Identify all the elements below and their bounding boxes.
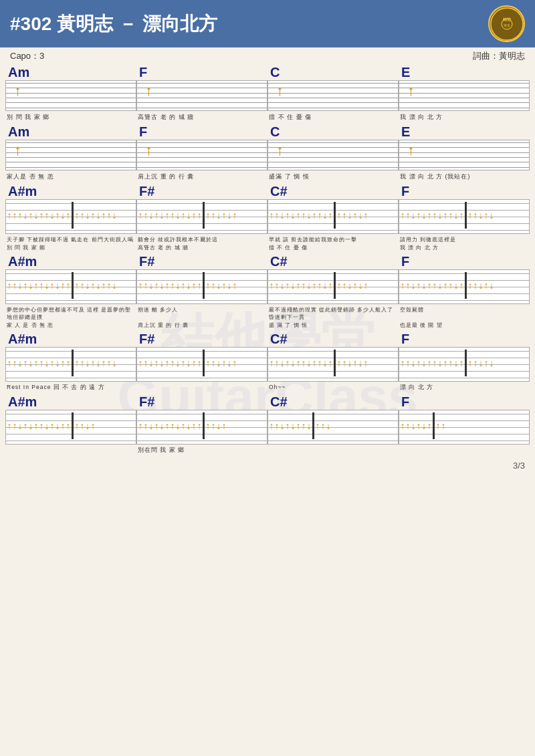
arrow-up: ↑ bbox=[14, 82, 21, 100]
lyrics-col2: 肩上沉 重 的 行 囊 bbox=[136, 172, 268, 181]
chord-name: F bbox=[136, 124, 268, 140]
dense-staff: ↑↑↓↑↓↑↑↓↑↑↓↑ ↑↑↓↑↓↑ bbox=[268, 199, 399, 234]
lyrics-col1: 家 人 是 否 無 恙 bbox=[5, 322, 136, 329]
lyrics-col3: 盛滿 了 惆 悵 bbox=[268, 172, 399, 181]
chord-name: F bbox=[399, 254, 530, 269]
lyrics-col2: 高聳古 老 的 城 牆 bbox=[136, 113, 268, 122]
dense-staff: ↑↑↓↑↓↑↑↓↑↓↑↑ ↑↑↓↑ bbox=[136, 410, 268, 445]
tab-block-c2: C ↑ bbox=[268, 124, 399, 170]
chord-name: Am bbox=[5, 124, 136, 140]
lyrics-col4 bbox=[399, 447, 530, 455]
chord-name: F# bbox=[136, 254, 268, 269]
chord-row-dense5: A#m ↑↑↓↑↓↑↑↓↑↓↑↑ ↑↑↓↑↓↑↑↓ F# ↑↑↓↑↓↑↑↓↑↓↑… bbox=[5, 332, 530, 382]
chord-name: A#m bbox=[5, 332, 136, 347]
staff-e1: ↑ bbox=[399, 80, 530, 111]
lyrics-col2: 朔迷 離 多少人 bbox=[136, 306, 268, 321]
tab-block-f3: F ↑↑↓↑↓↑↑↓↑↑↓↑ ↑↑↓↑↓ bbox=[399, 184, 530, 234]
lyrics-col2 bbox=[136, 384, 268, 392]
chord-row-dense3: A#m ↑↑↑↓↑↓↑↑↓↑↓↑ ↑↑↓↑↓↑↑↓ F# ↑↑↓↑↓↑↑↓↑↓↑… bbox=[5, 184, 530, 234]
chord-name: F bbox=[399, 184, 530, 199]
chord-name: F# bbox=[136, 184, 268, 199]
tab-block-csharp5: C# ↑↑↓↑↓↑↑↓↑↑↓↑ ↑↑↓↑↓↑ bbox=[268, 332, 399, 382]
arrow-up: ↑ bbox=[14, 142, 21, 159]
dense-staff: ↑↑↓↑↓↑↑↓↑↓↑↑ ↑↑↓↑↓↑↑↓ bbox=[5, 269, 136, 304]
dense-staff: ↑↑↓↑↓↑ ↑↑ bbox=[399, 410, 530, 445]
tab-block-ashm4: A#m ↑↑↓↑↓↑↑↓↑↓↑↑ ↑↑↓↑↓↑↑↓ bbox=[5, 254, 136, 304]
tab-block-fsharp5: F# ↑↑↓↑↓↑↑↓↑↓↑↑ ↑↑↓↑↓↑ bbox=[136, 332, 268, 382]
lyrics-col4: 我 漂 向 北 方 bbox=[399, 113, 530, 122]
tab-block-ashm3: A#m ↑↑↑↓↑↓↑↑↓↑↓↑ ↑↑↓↑↓↑↑↓ bbox=[5, 184, 136, 234]
page-title: #302 黃明志 － 漂向北方 bbox=[10, 11, 217, 37]
tab-block-csharp4: C# ↑↑↓↑↓↑↑↓↑↑↓↑ ↑↑↓↑↓↑ bbox=[268, 254, 399, 304]
chord-name: F# bbox=[136, 394, 268, 410]
page-header: #302 黃明志 － 漂向北方 結他 學堂 bbox=[0, 0, 535, 47]
dense-staff: ↑↑↓↑↓↑↑↓↑↓↑↑ ↑↑↓↑↓↑ bbox=[136, 347, 268, 382]
dense-staff: ↑↑↓↑↓↑↑↓↑↑↓↑ ↑↑↓↑↓ bbox=[399, 269, 530, 304]
tab-block-ashm6: A#m ↑↑↓↑↓↑↑↓↑↓↑↑ ↑↑↓↑ bbox=[5, 394, 136, 445]
lyrics-col4: 我 漂 向 北 方 bbox=[399, 244, 530, 251]
chord-name: E bbox=[399, 124, 530, 140]
lyrics-col4: 也是最 後 開 望 bbox=[399, 322, 530, 329]
lyrics-section1: 別 問 我 家 鄉 高聳古 老 的 城 牆 擋 不 住 憂 傷 我 漂 向 北 … bbox=[0, 113, 535, 122]
section-6: A#m ↑↑↓↑↓↑↑↓↑↓↑↑ ↑↑↓↑ F# ↑↑↓↑↓↑↑↓↑↓↑↑ ↑↑… bbox=[0, 394, 535, 445]
section-2: Am ↑ F ↑ C bbox=[0, 124, 535, 170]
section-5: A#m ↑↑↓↑↓↑↑↓↑↓↑↑ ↑↑↓↑↓↑↑↓ F# ↑↑↓↑↓↑↑↓↑↓↑… bbox=[0, 332, 535, 382]
tab-block-am1: Am ↑ bbox=[5, 65, 136, 111]
tab-block-e2: E ↑ bbox=[399, 124, 530, 170]
chord-name: C# bbox=[268, 254, 399, 269]
dense-staff: ↑↑↓↑↓↑↑↓↑↑↓↑ ↑↑↓↑↓↑ bbox=[268, 347, 399, 382]
arrow-up: ↑ bbox=[407, 82, 415, 100]
lyrics-section5: Rest In Peace 回 不 去 的 遠 方 Oh~~ 漂 向 北 方 bbox=[0, 384, 535, 392]
staff-am2: ↑ bbox=[5, 140, 136, 170]
tab-block-f2: F ↑ bbox=[136, 124, 268, 170]
arrow-up: ↑ bbox=[276, 82, 284, 100]
subheader: Capo：3 詞曲：黃明志 bbox=[0, 47, 535, 65]
tab-block-fsharp6: F# ↑↑↓↑↓↑↑↓↑↓↑↑ ↑↑↓↑ bbox=[136, 394, 268, 445]
section-4: A#m ↑↑↓↑↓↑↑↓↑↓↑↑ ↑↑↓↑↓↑↑↓ F# ↑↑↓↑↓↑↑↓↑↓↑… bbox=[0, 254, 535, 304]
arrow-up: ↑ bbox=[145, 82, 152, 100]
staff-c1: ↑ bbox=[268, 80, 399, 111]
chord-name: F# bbox=[136, 332, 268, 347]
section-3: A#m ↑↑↑↓↑↓↑↑↓↑↓↑ ↑↑↓↑↓↑↑↓ F# ↑↑↓↑↓↑↑↓↑↓↑… bbox=[0, 184, 535, 234]
tab-block-csharp3: C# ↑↑↓↑↓↑↑↓↑↑↓↑ ↑↑↓↑↓↑ bbox=[268, 184, 399, 234]
chord-name: A#m bbox=[5, 184, 136, 199]
dense-staff: ↑↑↓↑↓↑↑↓↑↓↑↑ ↑↑↓↑↓↑↑↓ bbox=[5, 347, 136, 382]
lyrics-section6: 別在問 我 家 鄉 bbox=[0, 447, 535, 455]
chord-name: E bbox=[399, 65, 530, 80]
lyrics-col3: 擋 不 住 憂 傷 bbox=[268, 113, 399, 122]
lyrics-section4: 夢想的中心但夢想都遠不可及 這裡 是囂夢的聖地但卻總是撲 朔迷 離 多少人 嚴不… bbox=[0, 306, 535, 329]
lyrics-col2: 聽會分 歧或許我根本不屬於這 bbox=[136, 236, 268, 243]
logo: 結他 學堂 bbox=[488, 5, 525, 42]
chord-name: C# bbox=[268, 394, 399, 410]
chord-name: A#m bbox=[5, 254, 136, 269]
staff-e2: ↑ bbox=[399, 140, 530, 170]
arrow-up: ↑ bbox=[145, 142, 152, 159]
dense-staff: ↑↑↓↑↓↑↑↓↑↓↑↑ ↑↑↓↑↓↑ bbox=[136, 269, 268, 304]
dense-staff: ↑↑↓↑↓↑↑↓↑↓↑↑ ↑↑↓↑↓↑ bbox=[136, 199, 268, 234]
lyrics-col3: Oh~~ bbox=[268, 384, 399, 392]
lyrics-col2: 高聳古 老 的 城 牆 bbox=[136, 244, 268, 251]
chord-name: C# bbox=[268, 184, 399, 199]
dense-staff: ↑↑↓↑↓↑↑↓↑↓↑↑ ↑↑↓↑ bbox=[5, 410, 136, 445]
lyrics-col1: 家人是 否 無 恙 bbox=[5, 172, 136, 181]
staff-f1: ↑ bbox=[136, 80, 268, 111]
lyrics-col1: Rest In Peace 回 不 去 的 遠 方 bbox=[5, 384, 136, 392]
chord-name: C bbox=[268, 65, 399, 80]
capo-text: Capo：3 bbox=[10, 50, 44, 62]
chord-row-dense6: A#m ↑↑↓↑↓↑↑↓↑↓↑↑ ↑↑↓↑ F# ↑↑↓↑↓↑↑↓↑↓↑↑ ↑↑… bbox=[5, 394, 530, 445]
page-number: 3/3 bbox=[0, 457, 535, 474]
dense-staff: ↑↑↓↑↓↑↑↓ ↑↑↓ bbox=[268, 410, 399, 445]
lyrics-section3a: 天子腳 下被踩得喘不過 氣走在 前門大街跟人喝 聽會分 歧或許我根本不屬於這 早… bbox=[0, 236, 535, 251]
tab-block-f4: F ↑↑↓↑↓↑↑↓↑↑↓↑ ↑↑↓↑↓ bbox=[399, 254, 530, 304]
lyrics-col1: 別 問 我 家 鄉 bbox=[5, 244, 136, 251]
tab-block-e1: E ↑ bbox=[399, 65, 530, 111]
lyrics-col4: 空殼屍體 bbox=[399, 306, 530, 321]
chord-row-dense4: A#m ↑↑↓↑↓↑↑↓↑↓↑↑ ↑↑↓↑↓↑↑↓ F# ↑↑↓↑↓↑↑↓↑↓↑… bbox=[5, 254, 530, 304]
tab-block-fsharp3: F# ↑↑↓↑↓↑↑↓↑↓↑↑ ↑↑↓↑↓↑ bbox=[136, 184, 268, 234]
dense-staff: ↑↑↓↑↓↑↑↓↑↑↓↑ ↑↑↓↑↓↑ bbox=[268, 269, 399, 304]
tab-block-c1: C ↑ bbox=[268, 65, 399, 111]
lyrics-col4: 漂 向 北 方 bbox=[399, 384, 530, 392]
lyrics-col3 bbox=[268, 447, 399, 455]
chord-row: Am ↑ F ↑ C bbox=[5, 65, 530, 111]
lyrics-section2: 家人是 否 無 恙 肩上沉 重 的 行 囊 盛滿 了 惆 悵 我 漂 向 北 方… bbox=[0, 172, 535, 181]
